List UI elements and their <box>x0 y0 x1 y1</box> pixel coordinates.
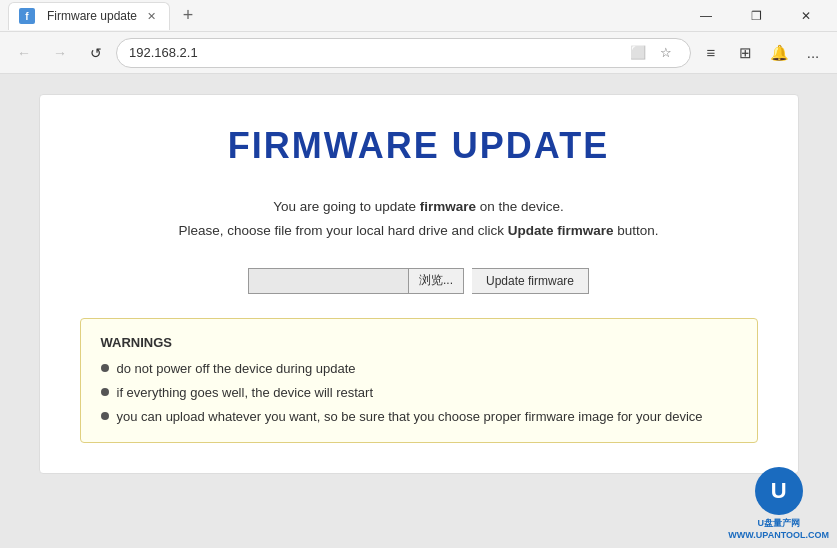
tab-close-button[interactable]: ✕ <box>143 8 159 24</box>
back-button[interactable]: ← <box>8 37 40 69</box>
close-icon: ✕ <box>147 10 156 23</box>
options-icon: ... <box>807 44 820 61</box>
desc-line2-pre: Please, choose file from your local hard… <box>178 223 507 238</box>
new-tab-button[interactable]: + <box>174 2 202 30</box>
warning-text: if everything goes well, the device will… <box>117 384 374 402</box>
desc-line2-post: button. <box>614 223 659 238</box>
description: You are going to update firmware on the … <box>80 195 758 244</box>
url-bar[interactable]: 192.168.2.1 ⬜ ☆ <box>116 38 691 68</box>
bullet-icon <box>101 364 109 372</box>
warning-text: you can upload whatever you want, so be … <box>117 408 703 426</box>
desc-line1-bold: firmware <box>420 199 476 214</box>
desc-line2-bold: Update firmware <box>508 223 614 238</box>
window-controls: — ❐ ✕ <box>683 0 829 32</box>
forward-icon: → <box>53 45 67 61</box>
browser-tab[interactable]: f Firmware update ✕ <box>8 2 170 30</box>
bullet-icon <box>101 388 109 396</box>
title-bar: f Firmware update ✕ + — ❐ ✕ <box>0 0 837 32</box>
upload-area: 浏览... Update firmware <box>80 268 758 294</box>
warnings-list: do not power off the device during updat… <box>101 360 737 427</box>
close-window-icon: ✕ <box>801 9 811 23</box>
back-icon: ← <box>17 45 31 61</box>
watermark: U U盘量产网 WWW.UPANTOOL.COM <box>728 467 829 540</box>
warning-text: do not power off the device during updat… <box>117 360 356 378</box>
favorite-icon: ☆ <box>660 45 672 60</box>
address-bar: ← → ↺ 192.168.2.1 ⬜ ☆ ≡ ⊞ 🔔 ... <box>0 32 837 74</box>
page-card: FIRMWARE UPDATE You are going to update … <box>39 94 799 474</box>
warning-item: do not power off the device during updat… <box>101 360 737 378</box>
tab-area: f Firmware update ✕ + <box>8 2 683 30</box>
warnings-box: WARNINGS do not power off the device dur… <box>80 318 758 444</box>
minimize-button[interactable]: — <box>683 0 729 32</box>
warning-item: if everything goes well, the device will… <box>101 384 737 402</box>
page-title: FIRMWARE UPDATE <box>80 125 758 167</box>
split-view-button[interactable]: ⬜ <box>626 41 650 65</box>
notifications-icon: 🔔 <box>770 44 789 62</box>
refresh-icon: ↺ <box>90 45 102 61</box>
more-tools-icon: ⊞ <box>739 44 752 62</box>
watermark-logo: U <box>755 467 803 515</box>
toolbar-icons: ≡ ⊞ 🔔 ... <box>695 37 829 69</box>
plus-icon: + <box>183 5 194 26</box>
desc-line1-post: on the device. <box>476 199 564 214</box>
close-window-button[interactable]: ✕ <box>783 0 829 32</box>
menu-button[interactable]: ≡ <box>695 37 727 69</box>
watermark-line1: U盘量产网 WWW.UPANTOOL.COM <box>728 517 829 540</box>
refresh-button[interactable]: ↺ <box>80 37 112 69</box>
forward-button[interactable]: → <box>44 37 76 69</box>
split-view-icon: ⬜ <box>630 45 646 60</box>
notifications-button[interactable]: 🔔 <box>763 37 795 69</box>
restore-button[interactable]: ❐ <box>733 0 779 32</box>
minimize-icon: — <box>700 9 712 23</box>
browser-content: FIRMWARE UPDATE You are going to update … <box>0 74 837 548</box>
favorite-button[interactable]: ☆ <box>654 41 678 65</box>
update-firmware-button[interactable]: Update firmware <box>472 268 589 294</box>
warning-item: you can upload whatever you want, so be … <box>101 408 737 426</box>
more-tools-button[interactable]: ⊞ <box>729 37 761 69</box>
browser-options-button[interactable]: ... <box>797 37 829 69</box>
browse-button[interactable]: 浏览... <box>408 268 464 294</box>
url-text: 192.168.2.1 <box>129 45 618 60</box>
bullet-icon <box>101 412 109 420</box>
menu-icon: ≡ <box>707 44 716 61</box>
warnings-title: WARNINGS <box>101 335 737 350</box>
tab-label: Firmware update <box>47 9 137 23</box>
file-input-display <box>248 268 408 294</box>
url-bar-icons: ⬜ ☆ <box>626 41 678 65</box>
tab-favicon: f <box>19 8 35 24</box>
desc-line1-pre: You are going to update <box>273 199 420 214</box>
restore-icon: ❐ <box>751 9 762 23</box>
